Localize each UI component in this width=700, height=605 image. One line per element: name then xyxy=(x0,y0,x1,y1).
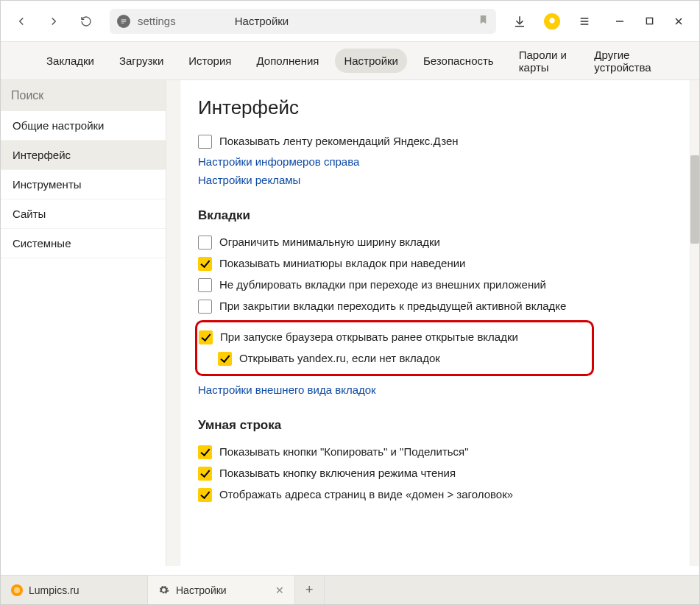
link-ads-settings[interactable]: Настройки рекламы xyxy=(198,171,300,189)
option-domain-title-format: Отображать адреса страниц в виде «домен … xyxy=(198,484,690,506)
menu-button[interactable] xyxy=(570,7,599,36)
sidebar-item-general[interactable]: Общие настройки xyxy=(1,111,166,141)
option-open-yandex-if-empty: Открывать yandex.ru, если нет вкладок xyxy=(218,348,587,369)
window-tab-title: Настройки xyxy=(176,584,227,596)
close-tab-button[interactable]: ✕ xyxy=(275,584,284,596)
window-tab-settings[interactable]: Настройки ✕ xyxy=(148,576,295,604)
tab-security[interactable]: Безопасность xyxy=(414,49,503,73)
bookmark-icon[interactable] xyxy=(478,14,489,28)
option-restore-tabs-on-startup: При запуске браузера открывать ранее отк… xyxy=(199,327,587,348)
profile-button[interactable] xyxy=(537,7,567,36)
checkbox-zen-feed[interactable] xyxy=(198,135,212,149)
option-limit-tab-width: Ограничить минимальную ширину вкладки xyxy=(198,232,690,253)
back-button[interactable] xyxy=(7,7,36,36)
forward-button[interactable] xyxy=(39,7,68,36)
tab-history[interactable]: История xyxy=(180,49,240,73)
window-tab-strip: Lumpics.ru Настройки ✕ + xyxy=(1,575,699,604)
gear-icon xyxy=(158,584,170,596)
settings-main: Интерфейс Показывать ленту рекомендаций … xyxy=(180,80,690,566)
settings-content: Общие настройки Интерфейс Инструменты Са… xyxy=(1,80,699,566)
option-zen-feed: Показывать ленту рекомендаций Яндекс.Дзе… xyxy=(198,131,690,152)
option-no-duplicate-tabs: Не дублировать вкладки при переходе из в… xyxy=(198,275,690,296)
settings-search-input[interactable] xyxy=(1,80,166,111)
section-heading-interface: Интерфейс xyxy=(198,96,690,119)
tab-addons[interactable]: Дополнения xyxy=(247,49,328,73)
window-controls xyxy=(605,7,693,36)
option-show-copy-share: Показывать кнопки "Копировать" и "Подели… xyxy=(198,442,690,463)
checkbox-label: Показывать кнопки "Копировать" и "Подели… xyxy=(219,445,469,458)
sidebar-item-system[interactable]: Системные xyxy=(1,229,166,258)
checkbox-label: Открывать yandex.ru, если нет вкладок xyxy=(239,352,440,364)
svg-rect-0 xyxy=(646,18,652,24)
checkbox-label: Показывать ленту рекомендаций Яндекс.Дзе… xyxy=(219,135,459,147)
settings-sidebar: Общие настройки Интерфейс Инструменты Са… xyxy=(1,80,166,566)
checkbox-show-copy-share[interactable] xyxy=(198,445,212,459)
checkbox-label: Показывать кнопку включения режима чтени… xyxy=(219,467,456,479)
sidebar-item-tools[interactable]: Инструменты xyxy=(1,170,166,199)
address-url: settings xyxy=(138,15,176,27)
settings-top-tabs: Закладки Загрузки История Дополнения Нас… xyxy=(1,42,699,80)
maximize-button[interactable] xyxy=(634,7,664,36)
tab-bookmarks[interactable]: Закладки xyxy=(38,49,103,73)
checkbox-label: Ограничить минимальную ширину вкладки xyxy=(219,236,440,248)
checkbox-label: Показывать миниатюры вкладок при наведен… xyxy=(219,257,466,269)
checkbox-no-duplicate-tabs[interactable] xyxy=(198,278,212,292)
subheading-smartline: Умная строка xyxy=(198,418,690,433)
tab-downloads[interactable]: Загрузки xyxy=(110,49,172,73)
checkbox-label: При закрытии вкладки переходить к предыд… xyxy=(219,300,566,312)
tab-settings[interactable]: Настройки xyxy=(335,49,407,73)
address-bar[interactable]: settings Настройки xyxy=(110,9,496,34)
address-title: Настройки xyxy=(235,15,289,27)
scrollbar-thumb[interactable] xyxy=(690,155,699,244)
option-goto-previous-active: При закрытии вкладки переходить к предыд… xyxy=(198,296,690,317)
site-identity-icon xyxy=(117,15,130,28)
tab-passwords-cards[interactable]: Пароли и карты xyxy=(510,43,579,79)
checkbox-limit-tab-width[interactable] xyxy=(198,236,212,250)
favicon-lumpics-icon xyxy=(11,584,23,596)
sidebar-item-interface[interactable]: Интерфейс xyxy=(1,141,166,170)
minimize-button[interactable] xyxy=(605,7,634,36)
link-tabs-appearance-settings[interactable]: Настройки внешнего вида вкладок xyxy=(198,381,376,399)
sidebar-item-sites[interactable]: Сайты xyxy=(1,199,166,229)
checkbox-label: При запуске браузера открывать ранее отк… xyxy=(220,330,518,343)
new-tab-button[interactable]: + xyxy=(295,576,325,604)
checkbox-show-reader-button[interactable] xyxy=(198,467,212,481)
tab-other-devices[interactable]: Другие устройства xyxy=(585,43,662,79)
subheading-tabs: Вкладки xyxy=(198,208,690,223)
checkbox-open-yandex[interactable] xyxy=(218,352,232,366)
window-tab-title: Lumpics.ru xyxy=(29,584,79,596)
option-show-reader-button: Показывать кнопку включения режима чтени… xyxy=(198,463,690,484)
close-window-button[interactable] xyxy=(664,7,693,36)
checkbox-goto-previous-active[interactable] xyxy=(198,300,212,314)
avatar-icon xyxy=(544,13,560,29)
link-informers-settings[interactable]: Настройки информеров справа xyxy=(198,152,359,171)
option-show-tab-thumbnails: Показывать миниатюры вкладок при наведен… xyxy=(198,253,690,275)
reload-button[interactable] xyxy=(71,7,101,36)
downloads-button[interactable] xyxy=(505,7,534,36)
checkbox-restore-tabs[interactable] xyxy=(199,330,213,344)
browser-toolbar: settings Настройки xyxy=(1,1,699,42)
checkbox-label: Отображать адреса страниц в виде «домен … xyxy=(219,488,513,500)
checkbox-label: Не дублировать вкладки при переходе из в… xyxy=(219,278,546,291)
checkbox-domain-title-format[interactable] xyxy=(198,488,212,502)
checkbox-show-tab-thumbnails[interactable] xyxy=(198,257,212,271)
window-tab-lumpics[interactable]: Lumpics.ru xyxy=(1,576,148,604)
highlighted-options: При запуске браузера открывать ранее отк… xyxy=(195,320,594,376)
